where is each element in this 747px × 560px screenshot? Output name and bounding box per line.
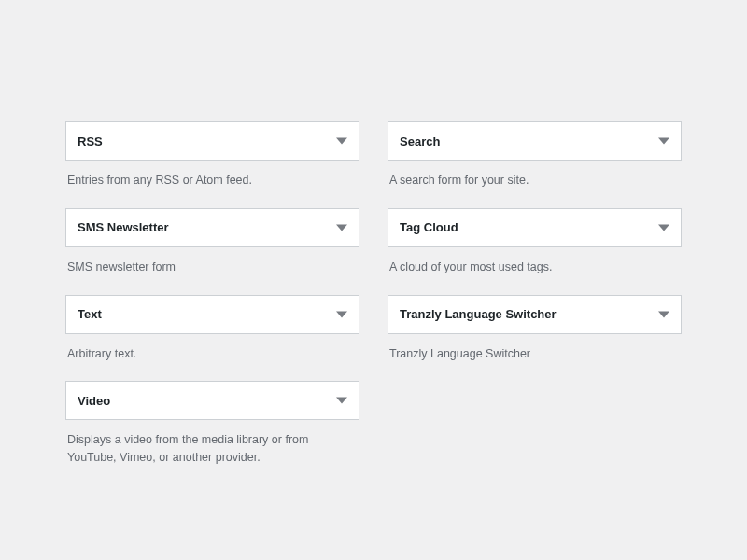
widget-video: Video Displays a video from the media li… [65, 381, 359, 467]
widget-description: SMS newsletter form [65, 247, 359, 276]
widget-title: Search [400, 134, 440, 148]
widget-text: Text Arbitrary text. [65, 295, 359, 363]
widget-rss: RSS Entries from any RSS or Atom feed. [65, 121, 359, 189]
widget-description: A cloud of your most used tags. [388, 247, 682, 276]
widget-title: RSS [78, 134, 103, 148]
caret-down-icon [336, 135, 347, 147]
widget-description: Displays a video from the media library … [65, 420, 359, 467]
widgets-grid: RSS Entries from any RSS or Atom feed. S… [65, 121, 682, 485]
widget-tag-cloud: Tag Cloud A cloud of your most used tags… [388, 208, 682, 276]
caret-down-icon [336, 222, 347, 233]
widget-header-rss[interactable]: RSS [65, 121, 359, 161]
widget-header-tranzly[interactable]: Tranzly Language Switcher [388, 295, 682, 334]
widget-description: Tranzly Language Switcher [388, 334, 682, 363]
empty-cell [388, 381, 682, 485]
caret-down-icon [336, 309, 347, 320]
widget-header-search[interactable]: Search [388, 121, 682, 161]
widget-search: Search A search form for your site. [388, 121, 682, 189]
widget-header-text[interactable]: Text [65, 295, 359, 334]
widget-title: Text [78, 307, 102, 321]
caret-down-icon [658, 309, 669, 320]
widget-title: Tranzly Language Switcher [400, 307, 557, 321]
caret-down-icon [658, 135, 669, 147]
widget-title: Video [78, 394, 110, 408]
widget-description: Entries from any RSS or Atom feed. [65, 161, 359, 189]
widget-title: SMS Newsletter [78, 220, 169, 234]
widget-description: Arbitrary text. [65, 334, 359, 363]
caret-down-icon [336, 395, 347, 406]
widget-title: Tag Cloud [400, 220, 458, 234]
widget-header-sms-newsletter[interactable]: SMS Newsletter [65, 208, 359, 247]
caret-down-icon [658, 222, 669, 233]
widget-tranzly-language-switcher: Tranzly Language Switcher Tranzly Langua… [388, 295, 682, 363]
widget-description: A search form for your site. [388, 161, 682, 189]
widget-header-video[interactable]: Video [65, 381, 359, 420]
widget-header-tag-cloud[interactable]: Tag Cloud [388, 208, 682, 247]
widget-sms-newsletter: SMS Newsletter SMS newsletter form [65, 208, 359, 276]
